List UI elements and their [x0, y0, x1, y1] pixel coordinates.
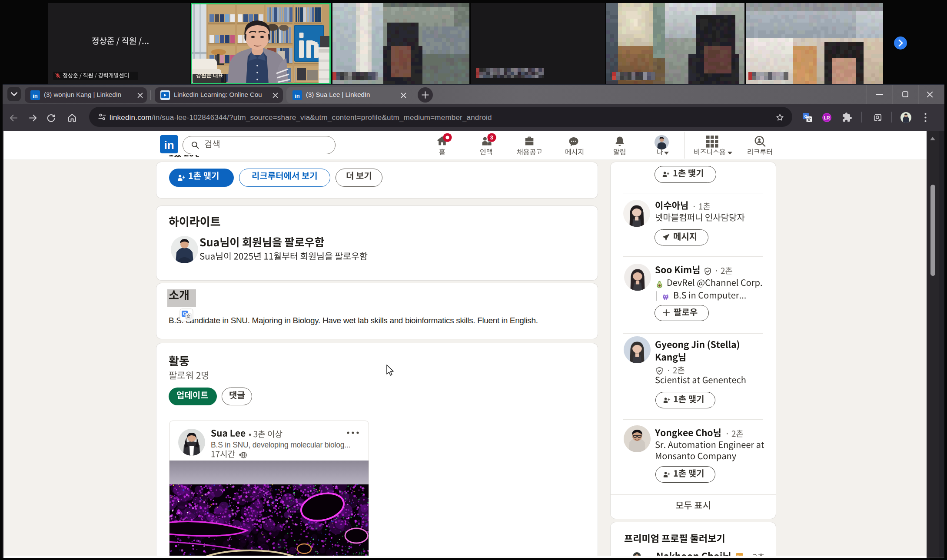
svg-text:LR: LR	[824, 115, 830, 120]
svg-text:in: in	[164, 139, 174, 152]
svg-text:in: in	[295, 93, 300, 99]
svg-text:3: 3	[490, 134, 493, 141]
svg-text:in: in	[33, 93, 38, 99]
